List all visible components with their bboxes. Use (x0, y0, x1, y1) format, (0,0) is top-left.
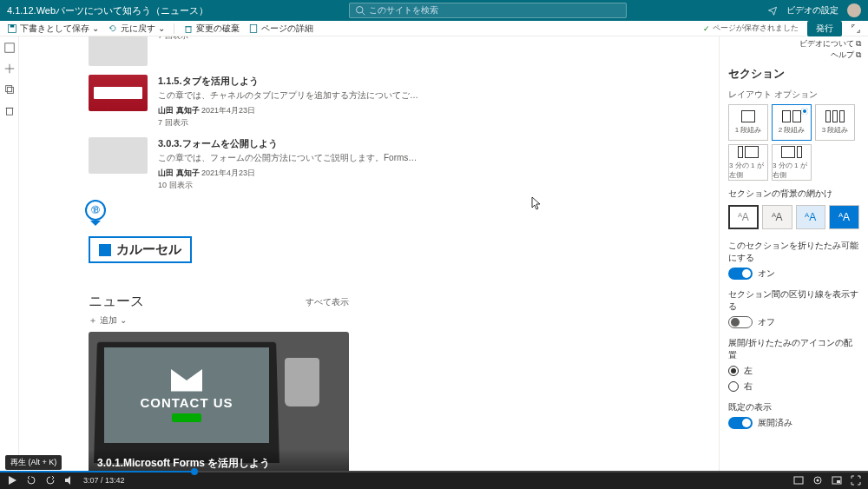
svg-rect-16 (794, 477, 803, 484)
svg-marker-14 (9, 476, 16, 485)
radio-left[interactable] (728, 366, 739, 376)
carousel-heading: カルーセル (89, 236, 192, 263)
expanded-toggle[interactable] (728, 417, 753, 429)
tutorial-callout: ⑱ (85, 200, 106, 221)
carousel-card[interactable]: CONTACT US 3.0.1.Microsoft Forms を活用しよう (89, 332, 349, 472)
details-icon (248, 23, 259, 34)
card-title: 3.0.1.Microsoft Forms を活用しよう (89, 449, 349, 472)
layout-third-left[interactable]: 3 分の 1 が左側 (728, 144, 768, 181)
gear-icon[interactable] (812, 475, 823, 486)
layout-3col[interactable]: 3 段組み (815, 104, 855, 141)
collapse-label: このセクションを折りたたみ可能にする (720, 233, 868, 266)
undo-button[interactable]: 元に戻す ⌄ (108, 23, 165, 35)
cursor-icon (531, 196, 542, 210)
share-icon[interactable] (767, 5, 778, 16)
publish-button[interactable]: 発行 (807, 21, 842, 36)
item-desc: この章では、フォームの公開方法についてご説明します。Forms… (158, 152, 417, 164)
panel-heading: セクション (720, 63, 868, 89)
svg-line-1 (362, 12, 365, 15)
screen-graphic: CONTACT US (104, 347, 269, 443)
video-player-bar: 3:07 / 13:42 (0, 472, 868, 489)
play-icon[interactable] (7, 475, 17, 486)
suite-header: 4.1.12.Webパーツについて知ろう（ニュース） このサイトを検索 ビデオの… (0, 0, 868, 21)
radio-right[interactable] (728, 381, 739, 392)
chevron-down-icon: ⌄ (120, 315, 127, 325)
svg-rect-20 (837, 480, 840, 483)
svg-rect-3 (10, 24, 15, 27)
cc-icon[interactable] (793, 475, 804, 486)
bg-soft[interactable]: ᴬA (796, 205, 826, 229)
popout-icon: ⧉ (856, 39, 861, 49)
rewind-icon[interactable] (26, 475, 36, 486)
add-news-button[interactable]: ＋ 追加 ⌄ (89, 314, 719, 327)
glass-graphic (285, 358, 319, 406)
left-rail (0, 36, 19, 472)
bg-neutral[interactable]: ᴬA (762, 205, 792, 229)
svg-marker-15 (65, 476, 70, 485)
bg-none[interactable]: ᴬA (728, 205, 759, 229)
fullscreen-icon[interactable] (851, 475, 861, 486)
section-icon[interactable] (3, 42, 16, 54)
undo-icon (108, 23, 118, 34)
svg-point-0 (357, 7, 364, 14)
search-icon (355, 5, 365, 16)
default-display-label: 既定の表示 (720, 394, 868, 415)
delete-icon[interactable] (3, 104, 16, 116)
svg-rect-4 (186, 26, 191, 32)
list-item[interactable]: 3.0.3.フォームを公開しよう この章では、フォームの公開方法についてご説明し… (89, 137, 719, 191)
property-panel: ビデオについて ⧉ ヘルプ ⧉ セクション レイアウト オプション 1 段組み … (719, 36, 868, 472)
list-item[interactable]: 7 回表示 (89, 36, 719, 66)
news-heading: ニュース (89, 293, 144, 311)
bg-label: セクションの背景の網かけ (720, 181, 868, 202)
layout-2col[interactable]: 2 段組み (772, 104, 812, 141)
divider-toggle[interactable] (728, 316, 753, 328)
chevron-down-icon: ⌄ (92, 23, 99, 33)
layout-1col[interactable]: 1 段組み (728, 104, 768, 141)
help-link[interactable]: ヘルプ ⧉ (831, 50, 861, 61)
square-bullet-icon (99, 244, 111, 256)
svg-rect-7 (4, 43, 14, 53)
separator (174, 23, 174, 34)
page-details-button[interactable]: ページの詳細 (248, 23, 313, 35)
svg-point-18 (817, 479, 819, 482)
editing-canvas: 7 回表示 1.1.5.タブを活用しよう この章では、チャネルのタブにアプリを追… (19, 36, 719, 472)
thumbnail (89, 75, 148, 111)
item-title: 1.1.5.タブを活用しよう (158, 75, 418, 88)
svg-rect-12 (6, 108, 12, 115)
progress-bar[interactable] (0, 471, 868, 472)
avatar[interactable] (847, 3, 861, 17)
forward-icon[interactable] (45, 475, 56, 486)
bg-strong[interactable]: ᴬA (829, 205, 859, 229)
envelope-icon (171, 369, 202, 392)
play-tooltip: 再生 (Alt + K) (5, 455, 62, 470)
layout-label: レイアウト オプション (720, 89, 868, 104)
collapse-toggle[interactable] (728, 268, 753, 280)
copy-icon[interactable] (3, 83, 16, 96)
cta-graphic (172, 413, 201, 422)
command-bar: 下書きとして保存 ⌄ 元に戻す ⌄ 変更の破棄 ページの詳細 ✓ ページが保存さ… (0, 21, 868, 36)
discard-button[interactable]: 変更の破棄 (183, 23, 240, 35)
item-title: 3.0.3.フォームを公開しよう (158, 137, 417, 150)
layout-third-right[interactable]: 3 分の 1 が右側 (772, 144, 812, 181)
svg-rect-10 (5, 86, 11, 92)
save-draft-button[interactable]: 下書きとして保存 ⌄ (7, 23, 99, 35)
saved-status: ✓ ページが保存されました (703, 23, 799, 34)
progress-knob[interactable] (191, 468, 198, 475)
thumbnail (89, 137, 148, 174)
item-desc: この章では、チャネルのタブにアプリを追加する方法についてご… (158, 89, 418, 102)
expand-icon[interactable] (851, 23, 861, 34)
video-about-link[interactable]: ビデオについて ⧉ (799, 38, 861, 50)
popout-icon: ⧉ (856, 50, 861, 60)
time-display: 3:07 / 13:42 (83, 476, 125, 485)
save-icon (7, 23, 17, 34)
list-item[interactable]: 1.1.5.タブを活用しよう この章では、チャネルのタブにアプリを追加する方法に… (89, 75, 719, 129)
video-settings-link[interactable]: ビデオの設定 (786, 4, 838, 17)
see-all-link[interactable]: すべて表示 (306, 296, 349, 308)
page-title: 4.1.12.Webパーツについて知ろう（ニュース） (7, 4, 208, 17)
pip-icon[interactable] (832, 475, 842, 486)
trash-icon (183, 23, 194, 34)
volume-icon[interactable] (64, 475, 75, 486)
icon-pos-label: 展開/折りたたみのアイコンの配置 (720, 330, 868, 363)
add-icon[interactable] (3, 63, 16, 75)
search-box[interactable]: このサイトを検索 (349, 3, 627, 18)
